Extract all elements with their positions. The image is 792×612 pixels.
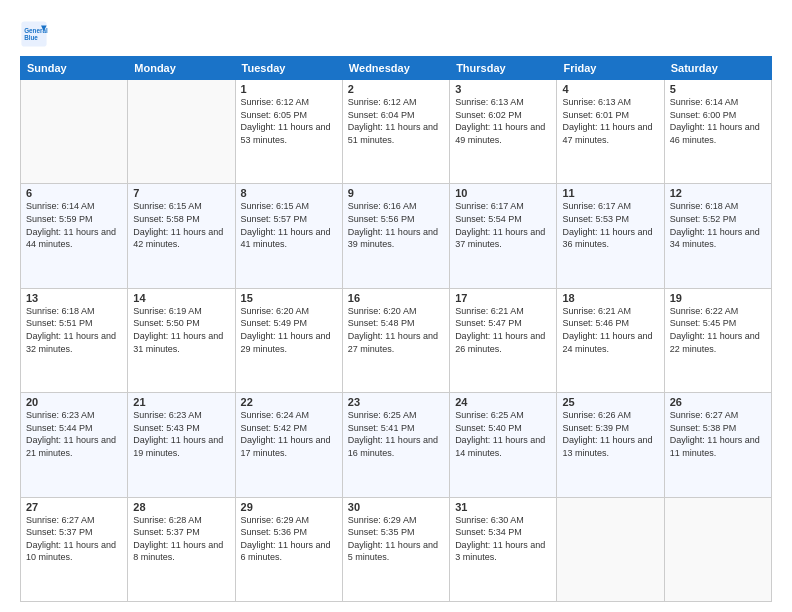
day-number: 14 xyxy=(133,292,229,304)
day-info: Sunrise: 6:29 AM Sunset: 5:36 PM Dayligh… xyxy=(241,514,337,564)
logo-icon: General Blue xyxy=(20,20,48,48)
day-info: Sunrise: 6:25 AM Sunset: 5:41 PM Dayligh… xyxy=(348,409,444,459)
day-cell: 9Sunrise: 6:16 AM Sunset: 5:56 PM Daylig… xyxy=(342,184,449,288)
day-info: Sunrise: 6:21 AM Sunset: 5:46 PM Dayligh… xyxy=(562,305,658,355)
day-cell: 11Sunrise: 6:17 AM Sunset: 5:53 PM Dayli… xyxy=(557,184,664,288)
day-info: Sunrise: 6:21 AM Sunset: 5:47 PM Dayligh… xyxy=(455,305,551,355)
day-number: 16 xyxy=(348,292,444,304)
day-info: Sunrise: 6:23 AM Sunset: 5:43 PM Dayligh… xyxy=(133,409,229,459)
day-cell: 23Sunrise: 6:25 AM Sunset: 5:41 PM Dayli… xyxy=(342,393,449,497)
day-cell: 12Sunrise: 6:18 AM Sunset: 5:52 PM Dayli… xyxy=(664,184,771,288)
day-number: 30 xyxy=(348,501,444,513)
day-number: 29 xyxy=(241,501,337,513)
day-cell xyxy=(557,497,664,601)
day-info: Sunrise: 6:28 AM Sunset: 5:37 PM Dayligh… xyxy=(133,514,229,564)
day-cell: 4Sunrise: 6:13 AM Sunset: 6:01 PM Daylig… xyxy=(557,80,664,184)
day-cell xyxy=(128,80,235,184)
day-number: 1 xyxy=(241,83,337,95)
day-info: Sunrise: 6:18 AM Sunset: 5:51 PM Dayligh… xyxy=(26,305,122,355)
day-number: 27 xyxy=(26,501,122,513)
day-cell: 14Sunrise: 6:19 AM Sunset: 5:50 PM Dayli… xyxy=(128,288,235,392)
day-info: Sunrise: 6:20 AM Sunset: 5:48 PM Dayligh… xyxy=(348,305,444,355)
day-info: Sunrise: 6:27 AM Sunset: 5:38 PM Dayligh… xyxy=(670,409,766,459)
day-info: Sunrise: 6:16 AM Sunset: 5:56 PM Dayligh… xyxy=(348,200,444,250)
day-cell: 28Sunrise: 6:28 AM Sunset: 5:37 PM Dayli… xyxy=(128,497,235,601)
day-number: 31 xyxy=(455,501,551,513)
day-cell: 13Sunrise: 6:18 AM Sunset: 5:51 PM Dayli… xyxy=(21,288,128,392)
day-number: 13 xyxy=(26,292,122,304)
day-number: 11 xyxy=(562,187,658,199)
weekday-header-sunday: Sunday xyxy=(21,57,128,80)
day-info: Sunrise: 6:18 AM Sunset: 5:52 PM Dayligh… xyxy=(670,200,766,250)
day-cell: 3Sunrise: 6:13 AM Sunset: 6:02 PM Daylig… xyxy=(450,80,557,184)
day-cell: 18Sunrise: 6:21 AM Sunset: 5:46 PM Dayli… xyxy=(557,288,664,392)
weekday-header-saturday: Saturday xyxy=(664,57,771,80)
day-info: Sunrise: 6:13 AM Sunset: 6:02 PM Dayligh… xyxy=(455,96,551,146)
day-number: 17 xyxy=(455,292,551,304)
day-info: Sunrise: 6:15 AM Sunset: 5:58 PM Dayligh… xyxy=(133,200,229,250)
day-cell: 29Sunrise: 6:29 AM Sunset: 5:36 PM Dayli… xyxy=(235,497,342,601)
week-row-4: 27Sunrise: 6:27 AM Sunset: 5:37 PM Dayli… xyxy=(21,497,772,601)
day-number: 19 xyxy=(670,292,766,304)
day-cell: 27Sunrise: 6:27 AM Sunset: 5:37 PM Dayli… xyxy=(21,497,128,601)
day-cell: 10Sunrise: 6:17 AM Sunset: 5:54 PM Dayli… xyxy=(450,184,557,288)
week-row-3: 20Sunrise: 6:23 AM Sunset: 5:44 PM Dayli… xyxy=(21,393,772,497)
day-info: Sunrise: 6:23 AM Sunset: 5:44 PM Dayligh… xyxy=(26,409,122,459)
day-cell: 7Sunrise: 6:15 AM Sunset: 5:58 PM Daylig… xyxy=(128,184,235,288)
day-cell: 31Sunrise: 6:30 AM Sunset: 5:34 PM Dayli… xyxy=(450,497,557,601)
week-row-2: 13Sunrise: 6:18 AM Sunset: 5:51 PM Dayli… xyxy=(21,288,772,392)
day-info: Sunrise: 6:25 AM Sunset: 5:40 PM Dayligh… xyxy=(455,409,551,459)
day-cell: 1Sunrise: 6:12 AM Sunset: 6:05 PM Daylig… xyxy=(235,80,342,184)
svg-text:Blue: Blue xyxy=(24,34,38,41)
day-number: 25 xyxy=(562,396,658,408)
day-number: 20 xyxy=(26,396,122,408)
day-number: 28 xyxy=(133,501,229,513)
day-info: Sunrise: 6:14 AM Sunset: 6:00 PM Dayligh… xyxy=(670,96,766,146)
day-cell: 6Sunrise: 6:14 AM Sunset: 5:59 PM Daylig… xyxy=(21,184,128,288)
day-info: Sunrise: 6:17 AM Sunset: 5:54 PM Dayligh… xyxy=(455,200,551,250)
day-info: Sunrise: 6:17 AM Sunset: 5:53 PM Dayligh… xyxy=(562,200,658,250)
day-number: 10 xyxy=(455,187,551,199)
day-cell: 22Sunrise: 6:24 AM Sunset: 5:42 PM Dayli… xyxy=(235,393,342,497)
weekday-header-thursday: Thursday xyxy=(450,57,557,80)
day-cell: 20Sunrise: 6:23 AM Sunset: 5:44 PM Dayli… xyxy=(21,393,128,497)
day-number: 9 xyxy=(348,187,444,199)
day-number: 21 xyxy=(133,396,229,408)
day-cell: 16Sunrise: 6:20 AM Sunset: 5:48 PM Dayli… xyxy=(342,288,449,392)
day-cell: 25Sunrise: 6:26 AM Sunset: 5:39 PM Dayli… xyxy=(557,393,664,497)
day-cell xyxy=(21,80,128,184)
day-info: Sunrise: 6:15 AM Sunset: 5:57 PM Dayligh… xyxy=(241,200,337,250)
day-number: 3 xyxy=(455,83,551,95)
day-info: Sunrise: 6:19 AM Sunset: 5:50 PM Dayligh… xyxy=(133,305,229,355)
day-info: Sunrise: 6:20 AM Sunset: 5:49 PM Dayligh… xyxy=(241,305,337,355)
day-number: 2 xyxy=(348,83,444,95)
day-cell: 2Sunrise: 6:12 AM Sunset: 6:04 PM Daylig… xyxy=(342,80,449,184)
day-cell: 24Sunrise: 6:25 AM Sunset: 5:40 PM Dayli… xyxy=(450,393,557,497)
day-number: 12 xyxy=(670,187,766,199)
day-info: Sunrise: 6:13 AM Sunset: 6:01 PM Dayligh… xyxy=(562,96,658,146)
day-info: Sunrise: 6:26 AM Sunset: 5:39 PM Dayligh… xyxy=(562,409,658,459)
day-number: 5 xyxy=(670,83,766,95)
day-cell: 30Sunrise: 6:29 AM Sunset: 5:35 PM Dayli… xyxy=(342,497,449,601)
day-cell xyxy=(664,497,771,601)
page: General Blue SundayMondayTuesdayWednesda… xyxy=(0,0,792,612)
day-number: 18 xyxy=(562,292,658,304)
day-info: Sunrise: 6:12 AM Sunset: 6:04 PM Dayligh… xyxy=(348,96,444,146)
day-info: Sunrise: 6:14 AM Sunset: 5:59 PM Dayligh… xyxy=(26,200,122,250)
weekday-header-monday: Monday xyxy=(128,57,235,80)
week-row-0: 1Sunrise: 6:12 AM Sunset: 6:05 PM Daylig… xyxy=(21,80,772,184)
day-number: 22 xyxy=(241,396,337,408)
weekday-header-wednesday: Wednesday xyxy=(342,57,449,80)
day-cell: 15Sunrise: 6:20 AM Sunset: 5:49 PM Dayli… xyxy=(235,288,342,392)
day-info: Sunrise: 6:30 AM Sunset: 5:34 PM Dayligh… xyxy=(455,514,551,564)
day-number: 6 xyxy=(26,187,122,199)
day-cell: 5Sunrise: 6:14 AM Sunset: 6:00 PM Daylig… xyxy=(664,80,771,184)
day-cell: 19Sunrise: 6:22 AM Sunset: 5:45 PM Dayli… xyxy=(664,288,771,392)
day-number: 4 xyxy=(562,83,658,95)
day-info: Sunrise: 6:27 AM Sunset: 5:37 PM Dayligh… xyxy=(26,514,122,564)
day-number: 26 xyxy=(670,396,766,408)
day-number: 15 xyxy=(241,292,337,304)
day-number: 24 xyxy=(455,396,551,408)
day-number: 8 xyxy=(241,187,337,199)
weekday-header-friday: Friday xyxy=(557,57,664,80)
